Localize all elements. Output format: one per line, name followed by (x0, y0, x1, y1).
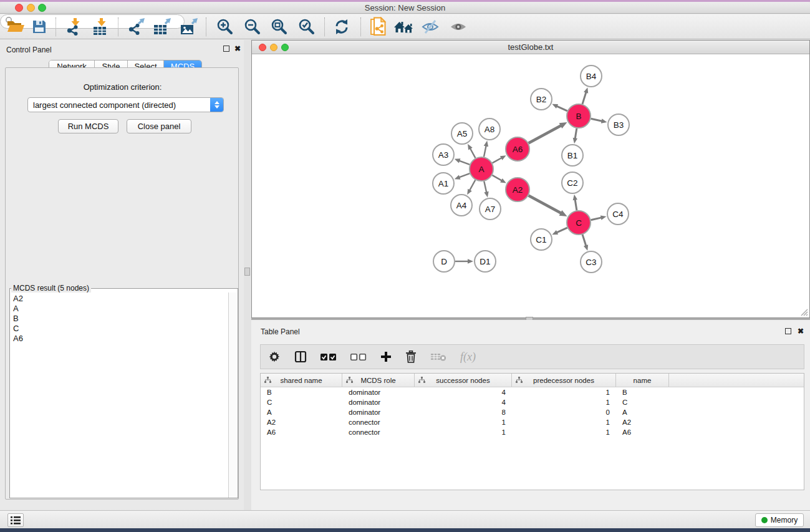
mcds-result-item[interactable]: A (13, 304, 225, 314)
graph-edge[interactable] (575, 128, 577, 139)
graph-edge[interactable] (493, 158, 502, 163)
memory-button[interactable]: Memory (755, 513, 804, 527)
table-cell[interactable]: A (261, 407, 342, 417)
network-graph[interactable]: AA1A2A3A4A5A6A7A8BB1B2B3B4CC1C2C3C4DD1 (252, 55, 809, 317)
graph-node-c3[interactable]: C3 (581, 251, 602, 273)
show-eye-icon[interactable] (450, 17, 467, 37)
gear-icon[interactable] (268, 351, 281, 363)
criterion-dropdown[interactable]: largest connected component (directed) (27, 97, 224, 112)
graph-edge[interactable] (575, 200, 577, 211)
graph-node-b3[interactable]: B3 (608, 114, 629, 135)
table-cell[interactable]: dominator (342, 397, 415, 407)
graph-node-a1[interactable]: A1 (433, 173, 454, 194)
home-icon[interactable] (393, 17, 415, 37)
graph-node-b2[interactable]: B2 (531, 89, 552, 110)
close-panel-icon[interactable]: ✖ (798, 328, 804, 334)
float-panel-icon[interactable] (223, 46, 229, 52)
resize-grip-icon[interactable] (799, 307, 808, 316)
zoom-selected-icon[interactable] (297, 17, 316, 37)
result-scrollbar[interactable] (228, 293, 238, 498)
graph-edge[interactable] (591, 118, 602, 121)
graph-node-a6[interactable]: A6 (506, 137, 529, 161)
minimize-window-button[interactable] (270, 44, 277, 51)
table-cell[interactable]: 4 (415, 397, 512, 407)
network-window-titlebar[interactable]: testGlobe.txt (252, 41, 809, 54)
graph-node-b1[interactable]: B1 (562, 145, 583, 166)
table-row[interactable]: A6connector11A6 (261, 427, 804, 437)
graph-node-c2[interactable]: C2 (562, 172, 583, 193)
table-cell[interactable]: connector (342, 417, 415, 427)
import-network-icon[interactable] (65, 17, 84, 37)
deselect-all-icon[interactable] (350, 353, 367, 361)
table-cell[interactable]: dominator (342, 387, 415, 397)
graph-node-d[interactable]: D (433, 251, 455, 272)
column-header-mcds-role[interactable]: MCDS role (342, 374, 415, 387)
graph-node-c4[interactable]: C4 (607, 203, 629, 225)
graph-node-a7[interactable]: A7 (480, 198, 501, 220)
table-cell[interactable]: 1 (512, 417, 616, 427)
export-image-icon[interactable] (180, 17, 200, 37)
delete-table-icon[interactable] (430, 352, 446, 362)
table-cell[interactable]: 1 (415, 417, 512, 427)
mcds-result-item[interactable]: C (13, 324, 225, 334)
zoom-fit-icon[interactable] (270, 17, 289, 37)
graph-edge[interactable] (591, 218, 602, 220)
graph-edge[interactable] (470, 180, 475, 191)
mcds-result-item[interactable]: B (13, 314, 225, 324)
graph-edge[interactable] (470, 148, 476, 158)
graph-edge[interactable] (582, 92, 586, 104)
zoom-out-icon[interactable] (243, 17, 262, 37)
graph-edge[interactable] (459, 173, 470, 177)
hide-eye-icon[interactable] (421, 17, 440, 37)
mcds-result-item[interactable]: A2 (13, 294, 225, 304)
network-document-icon[interactable] (370, 17, 387, 37)
graph-node-a2[interactable]: A2 (506, 178, 529, 201)
function-builder-icon[interactable]: f(x) (460, 351, 476, 364)
column-header-predecessor-nodes[interactable]: predecessor nodes (512, 374, 616, 387)
table-cell[interactable]: A2 (261, 417, 342, 427)
graph-edge[interactable] (557, 106, 567, 111)
table-cell[interactable]: 4 (415, 387, 512, 397)
graph-edge[interactable] (557, 228, 567, 233)
graph-node-b4[interactable]: B4 (581, 65, 602, 87)
table-cell[interactable]: dominator (342, 407, 415, 417)
split-column-icon[interactable] (294, 351, 307, 363)
close-panel-button[interactable]: Close panel (127, 119, 191, 133)
close-panel-icon[interactable]: ✖ (234, 46, 241, 52)
graph-node-a3[interactable]: A3 (433, 144, 454, 165)
network-canvas[interactable]: AA1A2A3A4A5A6A7A8BB1B2B3B4CC1C2C3C4DD1 (252, 55, 809, 317)
table-cell[interactable]: C (616, 397, 669, 407)
graph-edge[interactable] (529, 196, 561, 213)
export-table-icon[interactable] (153, 17, 173, 37)
close-window-button[interactable] (15, 4, 23, 12)
graph-node-a[interactable]: A (470, 157, 493, 181)
graph-node-d1[interactable]: D1 (475, 251, 496, 272)
table-cell[interactable]: 1 (512, 387, 616, 397)
save-session-icon[interactable] (31, 17, 47, 37)
column-header-shared-name[interactable]: shared name (261, 374, 342, 387)
table-cell[interactable]: 1 (512, 397, 616, 407)
graph-edge[interactable] (484, 181, 486, 193)
graph-edge[interactable] (529, 125, 561, 143)
table-cell[interactable]: B (616, 387, 669, 397)
splitter-handle[interactable] (244, 268, 250, 276)
vertical-splitter[interactable] (244, 40, 251, 510)
float-panel-icon[interactable] (785, 328, 791, 334)
graph-edge[interactable] (484, 145, 486, 157)
table-cell[interactable]: 1 (415, 427, 512, 437)
import-table-icon[interactable] (92, 17, 110, 37)
column-header-name[interactable]: name (616, 374, 669, 387)
table-cell[interactable]: A6 (616, 427, 669, 437)
table-row[interactable]: A2connector11A2 (261, 417, 804, 427)
task-history-button[interactable] (7, 513, 24, 527)
table-cell[interactable]: A (616, 407, 669, 417)
table-cell[interactable]: 0 (512, 407, 616, 417)
zoom-in-icon[interactable] (216, 17, 234, 37)
zoom-window-button[interactable] (281, 44, 289, 51)
table-cell[interactable]: 1 (512, 427, 616, 437)
column-header-successor-nodes[interactable]: successor nodes (415, 374, 512, 387)
table-cell[interactable]: 8 (415, 407, 512, 417)
table-cell[interactable]: A2 (616, 417, 669, 427)
graph-node-c[interactable]: C (567, 211, 591, 235)
open-session-icon[interactable] (6, 17, 25, 37)
